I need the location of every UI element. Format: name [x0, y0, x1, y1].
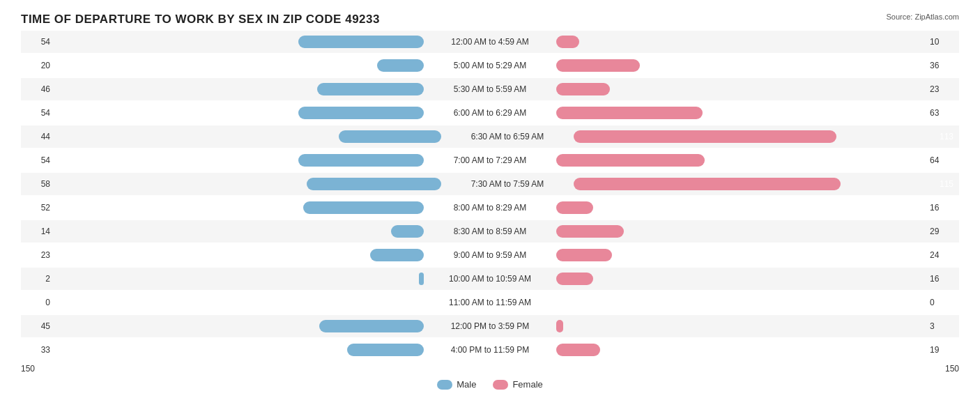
female-bar	[556, 36, 579, 48]
male-bar	[347, 344, 424, 356]
male-value: 23	[21, 250, 54, 260]
table-row: 546:00 AM to 6:29 AM63	[21, 102, 959, 124]
time-label: 8:30 AM to 8:59 AM	[424, 227, 556, 236]
male-swatch	[437, 380, 452, 390]
male-value: 54	[21, 108, 54, 118]
male-value: 44	[21, 132, 54, 141]
table-row: 011:00 AM to 11:59 AM0	[21, 291, 959, 314]
female-bar	[556, 83, 610, 95]
female-bar	[574, 178, 841, 190]
table-row: 547:00 AM to 7:29 AM64	[21, 149, 959, 171]
axis-left: 150	[21, 364, 35, 374]
female-bar	[556, 201, 593, 214]
table-row: 4512:00 PM to 3:59 PM3	[21, 315, 959, 337]
female-value: 24	[926, 250, 959, 260]
male-bar	[370, 249, 424, 261]
male-value: 33	[21, 345, 54, 355]
female-label: Female	[512, 379, 542, 390]
axis-labels: 150 150	[21, 364, 959, 374]
female-bar	[556, 344, 600, 356]
male-bar	[339, 130, 441, 143]
female-value: 19	[926, 345, 959, 355]
time-label: 7:00 AM to 7:29 AM	[424, 155, 556, 165]
time-label: 6:30 AM to 6:59 AM	[441, 132, 574, 141]
male-value: 54	[21, 37, 54, 47]
time-label: 6:00 AM to 6:29 AM	[424, 108, 556, 118]
female-value: 23	[926, 84, 959, 94]
male-bar	[298, 154, 424, 167]
table-row: 446:30 AM to 6:59 AM113	[21, 125, 959, 148]
female-value: 63	[926, 108, 959, 118]
legend-male: Male	[437, 379, 476, 390]
table-row: 334:00 PM to 11:59 PM19	[21, 339, 959, 361]
female-bar	[574, 130, 836, 143]
time-label: 7:30 AM to 7:59 AM	[441, 179, 574, 189]
male-value: 54	[21, 155, 54, 165]
female-bar	[556, 273, 593, 285]
male-bar	[319, 320, 424, 332]
female-value: 115	[926, 179, 959, 189]
male-bar	[391, 225, 424, 238]
female-value: 16	[926, 203, 959, 213]
female-value: 0	[926, 298, 959, 307]
bars-area: 5412:00 AM to 4:59 AM10205:00 AM to 5:29…	[21, 31, 959, 361]
female-value: 36	[926, 61, 959, 70]
male-value: 45	[21, 321, 54, 331]
time-label: 12:00 AM to 4:59 AM	[424, 37, 556, 47]
male-bar	[317, 83, 424, 95]
male-value: 2	[21, 274, 54, 284]
female-bar	[556, 249, 612, 261]
time-label: 5:30 AM to 5:59 AM	[424, 84, 556, 94]
source-label: Source: ZipAtlas.com	[886, 13, 959, 21]
female-value: 64	[926, 155, 959, 165]
male-value: 20	[21, 61, 54, 70]
axis-right: 150	[945, 364, 959, 374]
time-label: 10:00 AM to 10:59 AM	[424, 274, 556, 284]
table-row: 205:00 AM to 5:29 AM36	[21, 54, 959, 77]
table-row: 5412:00 AM to 4:59 AM10	[21, 31, 959, 53]
table-row: 465:30 AM to 5:59 AM23	[21, 78, 959, 100]
female-bar	[556, 59, 640, 72]
chart-container: TIME OF DEPARTURE TO WORK BY SEX IN ZIP …	[0, 0, 980, 414]
male-bar	[419, 273, 424, 285]
female-bar	[556, 320, 563, 332]
table-row: 210:00 AM to 10:59 AM16	[21, 268, 959, 290]
male-value: 0	[21, 298, 54, 307]
male-bar	[303, 201, 424, 214]
time-label: 11:00 AM to 11:59 AM	[424, 298, 556, 307]
male-bar	[377, 59, 424, 72]
female-value: 3	[926, 321, 959, 331]
female-bar	[556, 107, 703, 119]
table-row: 148:30 AM to 8:59 AM29	[21, 220, 959, 243]
chart-title: TIME OF DEPARTURE TO WORK BY SEX IN ZIP …	[21, 13, 959, 26]
male-value: 52	[21, 203, 54, 213]
female-swatch	[493, 380, 508, 390]
female-value: 113	[926, 132, 959, 141]
male-value: 46	[21, 84, 54, 94]
legend-female: Female	[493, 379, 542, 390]
female-bar	[556, 225, 624, 238]
time-label: 12:00 PM to 3:59 PM	[424, 321, 556, 331]
time-label: 4:00 PM to 11:59 PM	[424, 345, 556, 355]
female-bar	[556, 154, 705, 167]
table-row: 239:00 AM to 9:59 AM24	[21, 244, 959, 266]
male-label: Male	[457, 379, 476, 390]
time-label: 8:00 AM to 8:29 AM	[424, 203, 556, 213]
female-value: 29	[926, 227, 959, 236]
male-value: 58	[21, 179, 54, 189]
table-row: 528:00 AM to 8:29 AM16	[21, 197, 959, 219]
female-value: 16	[926, 274, 959, 284]
male-bar	[298, 36, 424, 48]
table-row: 587:30 AM to 7:59 AM115	[21, 173, 959, 195]
male-bar	[307, 178, 441, 190]
female-value: 10	[926, 37, 959, 47]
male-bar	[298, 107, 424, 119]
time-label: 9:00 AM to 9:59 AM	[424, 250, 556, 260]
time-label: 5:00 AM to 5:29 AM	[424, 61, 556, 70]
legend: Male Female	[21, 379, 959, 390]
male-value: 14	[21, 227, 54, 236]
